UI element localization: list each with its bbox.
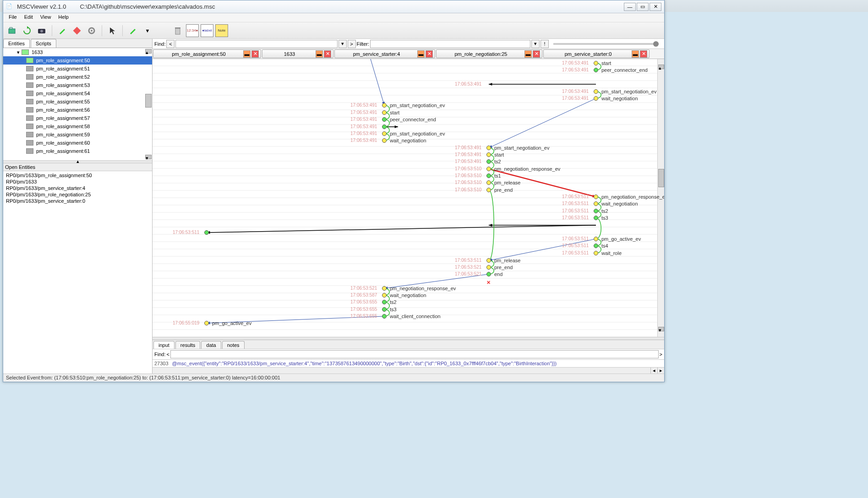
- menu-help[interactable]: Help: [55, 13, 72, 22]
- open-entity-item[interactable]: RP0/pm/1633/pm_role_negotiation:25: [4, 191, 151, 198]
- open-entity-item[interactable]: RP0/pm/1633/pm_service_starter:4: [4, 185, 151, 191]
- dropdown-button[interactable]: ▼: [141, 24, 154, 37]
- event-node[interactable]: [486, 173, 491, 178]
- bottom-hscroll[interactable]: ◂▸: [153, 367, 664, 374]
- tree-scroll-down[interactable]: ▾: [145, 155, 152, 159]
- event-node[interactable]: [382, 110, 387, 115]
- event-node[interactable]: [382, 300, 387, 304]
- entity-close-icon[interactable]: ✕: [640, 50, 647, 58]
- tree-root[interactable]: ▾1633: [3, 48, 152, 56]
- toggle-time-button[interactable]: 12:34●: [186, 24, 199, 37]
- event-node[interactable]: [594, 251, 598, 255]
- horizontal-splitter[interactable]: ▴: [3, 160, 152, 163]
- zoom-slider[interactable]: [553, 43, 659, 45]
- tab-data[interactable]: data: [201, 341, 221, 349]
- entity-close-icon[interactable]: ✕: [533, 50, 540, 58]
- tree-item[interactable]: pm_role_assignment:57: [3, 114, 152, 122]
- tree-item[interactable]: pm_role_assignment:53: [3, 81, 152, 89]
- find-next-button[interactable]: >: [348, 40, 356, 48]
- entity-min-icon[interactable]: ▬: [524, 50, 532, 58]
- event-node[interactable]: [594, 61, 598, 65]
- entity-close-icon[interactable]: ✕: [324, 50, 331, 58]
- event-node[interactable]: [382, 117, 387, 122]
- find-prev-button[interactable]: <: [166, 40, 175, 48]
- event-node[interactable]: [382, 124, 387, 129]
- event-node[interactable]: [594, 89, 598, 94]
- tab-scripts[interactable]: Scripts: [31, 39, 56, 48]
- event-node[interactable]: [594, 244, 598, 248]
- menu-edit[interactable]: Edit: [21, 13, 37, 22]
- event-node[interactable]: [594, 96, 598, 101]
- entity-min-icon[interactable]: ▬: [417, 50, 425, 58]
- event-node[interactable]: [486, 167, 491, 171]
- event-node[interactable]: [594, 237, 598, 241]
- entity-column-header[interactable]: pm_role_assignment:50▬✕: [153, 49, 261, 58]
- camera-button[interactable]: [35, 24, 48, 37]
- trash-button[interactable]: [171, 24, 184, 37]
- find-dropdown[interactable]: ▾: [338, 40, 347, 48]
- entity-min-icon[interactable]: ▬: [632, 50, 639, 58]
- entity-column-header[interactable]: pm_service_starter:4▬✕: [334, 49, 435, 58]
- event-node[interactable]: [486, 265, 491, 270]
- event-node[interactable]: [486, 258, 491, 263]
- maximize-button[interactable]: ▭: [637, 3, 649, 11]
- tree-item[interactable]: pm_role_assignment:58: [3, 122, 152, 130]
- open-entity-item[interactable]: RP0/pm/1633/pm_service_starter:0: [4, 198, 151, 204]
- event-node[interactable]: [382, 293, 387, 298]
- msc-diagram[interactable]: ▴▾ 17:06:53:491pm_start_negotiation_ev17…: [153, 59, 664, 337]
- event-node[interactable]: [382, 138, 387, 143]
- tab-notes[interactable]: notes: [222, 341, 245, 349]
- bottom-find-prev[interactable]: <: [166, 352, 169, 357]
- event-node[interactable]: [594, 68, 598, 72]
- event-node[interactable]: [486, 152, 491, 157]
- tree-item[interactable]: pm_role_assignment:61: [3, 147, 152, 155]
- menu-view[interactable]: View: [37, 13, 55, 22]
- toggle-note-button[interactable]: Note: [215, 24, 228, 37]
- tab-input[interactable]: input: [153, 341, 175, 349]
- event-node[interactable]: [594, 209, 598, 213]
- tree-item[interactable]: pm_role_assignment:55: [3, 97, 152, 106]
- bottom-find-next[interactable]: >: [660, 352, 662, 357]
- entity-min-icon[interactable]: ▬: [243, 50, 251, 58]
- tree-item[interactable]: pm_role_assignment:54: [3, 89, 152, 97]
- tree-item[interactable]: pm_role_assignment:60: [3, 139, 152, 147]
- marker-green-button[interactable]: [56, 24, 69, 37]
- filter-input[interactable]: [370, 40, 530, 48]
- tree-scroll-thumb[interactable]: [145, 94, 152, 108]
- menu-file[interactable]: File: [5, 13, 21, 22]
- highlighter-button[interactable]: [126, 24, 139, 37]
- event-node[interactable]: [382, 131, 387, 136]
- entity-close-icon[interactable]: ✕: [426, 50, 433, 58]
- close-button[interactable]: ✕: [650, 3, 661, 11]
- tree-item[interactable]: pm_role_assignment:52: [3, 73, 152, 81]
- event-node[interactable]: [486, 188, 491, 192]
- marker-red-button[interactable]: [71, 24, 83, 37]
- tab-results[interactable]: results: [175, 341, 200, 349]
- settings-button[interactable]: [85, 24, 98, 37]
- event-node[interactable]: [594, 201, 598, 206]
- open-entity-item[interactable]: RP0/pm/1633: [4, 179, 151, 185]
- entity-close-icon[interactable]: ✕: [251, 50, 259, 58]
- event-node[interactable]: [382, 307, 387, 312]
- refresh-button[interactable]: [21, 24, 33, 37]
- bottom-find-input[interactable]: [170, 350, 659, 358]
- tab-entities[interactable]: Entities: [3, 39, 30, 48]
- event-node[interactable]: [382, 103, 387, 108]
- event-node[interactable]: [486, 146, 491, 150]
- tree-item[interactable]: pm_role_assignment:56: [3, 106, 152, 114]
- tree-item[interactable]: pm_role_assignment:59: [3, 130, 152, 139]
- event-node[interactable]: [486, 272, 491, 276]
- entity-column-header[interactable]: pm_service_starter:0▬✕: [543, 49, 650, 58]
- event-node[interactable]: [594, 216, 598, 220]
- entity-column-header[interactable]: pm_role_negotiation:25▬✕: [436, 49, 542, 58]
- event-node[interactable]: [382, 314, 387, 319]
- event-node[interactable]: [594, 195, 598, 199]
- entity-column-header[interactable]: 1633▬✕: [262, 49, 333, 58]
- open-entity-item[interactable]: RP0/pm/1633/pm_role_assignment:50: [4, 172, 151, 179]
- pointer-button[interactable]: [106, 24, 119, 37]
- event-node[interactable]: [486, 180, 491, 185]
- filter-bang-button[interactable]: !: [540, 40, 549, 48]
- event-node[interactable]: [204, 321, 209, 325]
- tree-item[interactable]: pm_role_assignment:51: [3, 65, 152, 73]
- entity-min-icon[interactable]: ▬: [316, 50, 323, 58]
